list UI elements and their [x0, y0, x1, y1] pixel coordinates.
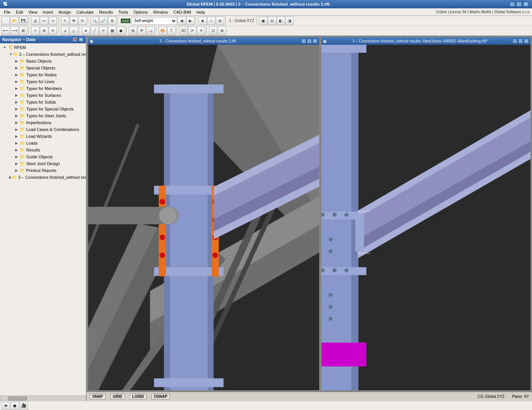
close-button[interactable]: ✕: [523, 2, 529, 7]
display-btn[interactable]: ⊞: [216, 17, 224, 25]
snap-toggle[interactable]: SNAP: [90, 394, 106, 399]
camera-icon-btn[interactable]: 🎥: [20, 402, 28, 410]
vp2-close[interactable]: ✕: [524, 38, 529, 44]
tb2-btn6[interactable]: ✕: [49, 27, 57, 35]
redo-btn[interactable]: ↪: [49, 17, 57, 25]
tb2-line-btn[interactable]: ╱: [90, 27, 99, 35]
tb2-solid-btn[interactable]: ◼: [117, 27, 125, 35]
open-btn[interactable]: 📂: [10, 17, 19, 25]
tree-types-nodes[interactable]: ▶ 📁 Types for Nodes: [0, 71, 86, 78]
view-btn2[interactable]: ⊟: [268, 17, 276, 25]
tb2-node-btn[interactable]: ●: [82, 27, 90, 35]
vp1-minimize[interactable]: ─: [301, 38, 306, 44]
menu-tools[interactable]: Tools: [116, 9, 130, 15]
menu-window[interactable]: Window: [151, 9, 170, 15]
tb2-member-btn[interactable]: ━: [99, 27, 108, 35]
nav-pin-btn[interactable]: 📌: [72, 37, 78, 42]
save-btn[interactable]: 💾: [19, 17, 27, 25]
tree-imperfections[interactable]: ▶ 📁 Imperfections: [0, 119, 86, 126]
new-btn[interactable]: 📄: [2, 17, 10, 25]
menu-options[interactable]: Options: [131, 9, 150, 15]
tb2-btn5[interactable]: ⊕: [40, 27, 48, 35]
tb2-btn8[interactable]: △: [70, 27, 78, 35]
menu-insert[interactable]: Insert: [40, 9, 55, 15]
tb2-orbit-btn[interactable]: ⟳: [188, 27, 196, 35]
undo-btn[interactable]: ↩: [40, 17, 48, 25]
tb2-btn1[interactable]: ⟵: [2, 27, 10, 35]
wire-btn[interactable]: □: [207, 17, 215, 25]
grid-toggle[interactable]: GRID: [110, 394, 125, 399]
vp2-maximize[interactable]: □: [518, 38, 523, 44]
menu-view[interactable]: View: [26, 9, 40, 15]
tb2-btn2[interactable]: ⟶: [10, 27, 19, 35]
tb2-vis-btn[interactable]: 👁: [138, 27, 146, 35]
tb2-3d-btn[interactable]: 3D: [179, 27, 188, 35]
nav-scrollbar-v[interactable]: [0, 396, 86, 401]
view-icon-btn[interactable]: 👁: [2, 402, 10, 410]
vp1-close[interactable]: ✕: [312, 38, 318, 44]
tb2-light-btn[interactable]: ☀: [197, 27, 205, 35]
menu-help[interactable]: Help: [194, 9, 207, 15]
tb2-filter-btn[interactable]: ⊞: [129, 27, 137, 35]
tree-types-members[interactable]: ▶ 📁 Types for Members: [0, 85, 86, 92]
nav-close-btn[interactable]: ✕: [78, 37, 84, 42]
tree-types-steel-joints[interactable]: ▶ 📁 Types for Steel Joints: [0, 112, 86, 119]
vp2-canvas[interactable]: [321, 45, 530, 390]
tree-project-2[interactable]: ▶ 📁 3 – Connections finished_without res…: [0, 174, 86, 181]
tree-load-cases[interactable]: ▶ 📁 Load Cases & Combinations: [0, 126, 86, 133]
tb2-grid-btn[interactable]: ⊞: [218, 27, 226, 35]
print-btn[interactable]: 🖨: [31, 17, 40, 25]
maximize-button[interactable]: □: [516, 2, 522, 7]
lc-prev-btn[interactable]: ◀: [177, 17, 186, 25]
tb2-btn3[interactable]: ⊠: [19, 27, 27, 35]
tree-basic-objects[interactable]: ▶ 📁 Basic Objects: [0, 58, 86, 65]
dot-icon-btn[interactable]: ◉: [11, 402, 19, 410]
tb2-snap-btn[interactable]: ⊡: [209, 27, 217, 35]
view-btn3[interactable]: ◧: [277, 17, 285, 25]
tree-load-wizards[interactable]: ▶ 📁 Load Wizards: [0, 133, 86, 140]
menu-results[interactable]: Results: [97, 9, 116, 15]
lgrid-toggle[interactable]: LGRID: [130, 394, 147, 399]
zoom-out-btn[interactable]: 🔎: [99, 17, 108, 25]
select-btn[interactable]: ↖: [61, 17, 69, 25]
zoom-fit-btn[interactable]: ⊕: [108, 17, 116, 25]
tree-guide-objects[interactable]: ▶ 📁 Guide Objects: [0, 153, 86, 160]
minimize-button[interactable]: ─: [509, 2, 515, 7]
menu-edit[interactable]: Edit: [14, 9, 25, 15]
tb2-btn7[interactable]: ⊿: [61, 27, 69, 35]
tree-printout-reports[interactable]: ▶ 📁 Printout Reports: [0, 167, 86, 174]
tb2-btn4[interactable]: ⌖: [31, 27, 40, 35]
tree-results[interactable]: ▶ 📁 Results: [0, 147, 86, 153]
tree-types-surfaces[interactable]: ▶ 📁 Types for Surfaces: [0, 92, 86, 99]
view-btn4[interactable]: ◨: [285, 17, 294, 25]
vp1-canvas[interactable]: [88, 45, 319, 390]
menu-file[interactable]: File: [2, 9, 13, 15]
tree-steel-joint-design[interactable]: ▶ 📁 Steel Joint Design: [0, 160, 86, 167]
rotate-btn[interactable]: ⟳: [78, 17, 87, 25]
tb2-surface-btn[interactable]: ▦: [108, 27, 116, 35]
tree-rfem-root[interactable]: ▼ 🏗 RFEM: [0, 44, 86, 51]
zoom-in-btn[interactable]: 🔍: [90, 17, 99, 25]
lc-next-btn[interactable]: ▶: [186, 17, 195, 25]
tree-loads[interactable]: ▶ 📁 Loads: [0, 140, 86, 147]
tree-types-lines[interactable]: ▶ 📁 Types for Lines: [0, 78, 86, 85]
tb2-text-btn[interactable]: T: [167, 27, 176, 35]
render-btn[interactable]: ■: [198, 17, 207, 25]
lc-dropdown[interactable]: Self-weight: [131, 17, 177, 25]
move-btn[interactable]: ✥: [70, 17, 78, 25]
coord-label: 1 - Global XYZ: [228, 19, 255, 23]
menu-calculate[interactable]: Calculate: [74, 9, 96, 15]
osnap-toggle[interactable]: OSNAP: [151, 394, 170, 399]
vp2-minimize[interactable]: ─: [512, 38, 518, 44]
vp1-maximize[interactable]: □: [307, 38, 312, 44]
tree-types-special-objects[interactable]: ▶ 📁 Types for Special Objects: [0, 106, 86, 112]
menu-cadbim[interactable]: CAD-BIM: [171, 9, 193, 15]
menu-assign[interactable]: Assign: [56, 9, 73, 15]
tb2-color-btn[interactable]: 🎨: [158, 27, 167, 35]
view-btn1[interactable]: ▣: [259, 17, 268, 25]
tree-types-solids[interactable]: ▶ 📁 Types for Solids: [0, 99, 86, 106]
menu-bar: File Edit View Insert Assign Calculate R…: [0, 8, 532, 16]
tree-special-objects[interactable]: ▶ 📁 Special Objects: [0, 65, 86, 71]
tree-project-1[interactable]: ▼ 📁 3 – Connections finished_without res…: [0, 51, 86, 58]
tb2-disp-btn[interactable]: 📊: [146, 27, 155, 35]
